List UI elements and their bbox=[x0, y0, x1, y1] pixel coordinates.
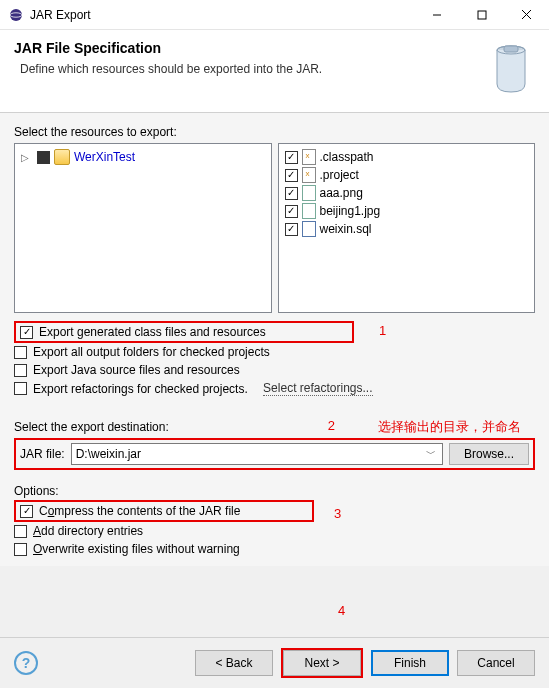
file-name: .project bbox=[320, 168, 359, 182]
svg-rect-8 bbox=[504, 46, 518, 52]
annotation-2-text: 选择输出的目录，并命名 bbox=[378, 418, 521, 436]
header-title: JAR File Specification bbox=[14, 40, 487, 56]
header-subtitle: Define which resources should be exporte… bbox=[20, 62, 487, 76]
checkbox-add-dir[interactable] bbox=[14, 525, 27, 538]
dialog-footer: ? < Back Next > Finish Cancel bbox=[0, 637, 549, 688]
label-compress: Compress the contents of the JAR file bbox=[39, 504, 240, 518]
resources-label: Select the resources to export: bbox=[14, 125, 535, 139]
file-name: .classpath bbox=[320, 150, 374, 164]
close-button[interactable] bbox=[504, 0, 549, 29]
tree-row[interactable]: ▷ WerXinTest bbox=[19, 148, 267, 166]
file-checkbox[interactable] bbox=[285, 223, 298, 236]
options-group: Options: Compress the contents of the JA… bbox=[14, 484, 535, 558]
project-tree[interactable]: ▷ WerXinTest bbox=[14, 143, 272, 313]
label-add-dir: Add directory entries bbox=[33, 524, 143, 538]
select-refactorings-link[interactable]: Select refactorings... bbox=[263, 381, 372, 396]
browse-button[interactable]: Browse... bbox=[449, 443, 529, 465]
next-button[interactable]: Next > bbox=[283, 650, 361, 676]
svg-point-0 bbox=[10, 9, 22, 21]
destination-section: Select the export destination: 2 选择输出的目录… bbox=[14, 420, 535, 470]
jar-file-input[interactable] bbox=[76, 447, 424, 461]
label-all-output: Export all output folders for checked pr… bbox=[33, 345, 270, 359]
file-checkbox[interactable] bbox=[285, 205, 298, 218]
annotation-1: 1 bbox=[379, 323, 386, 338]
opt-all-output[interactable]: Export all output folders for checked pr… bbox=[14, 343, 535, 361]
titlebar: JAR Export bbox=[0, 0, 549, 30]
chevron-down-icon[interactable]: ﹀ bbox=[424, 447, 438, 461]
opt-add-dir[interactable]: Add directory entries bbox=[14, 522, 535, 540]
file-checkbox[interactable] bbox=[285, 151, 298, 164]
jar-file-combo[interactable]: ﹀ bbox=[71, 443, 443, 465]
opt-generated[interactable]: Export generated class files and resourc… bbox=[14, 321, 354, 343]
resource-panes: ▷ WerXinTest .classpath .project aaa.pn bbox=[14, 143, 535, 313]
file-row[interactable]: beijing1.jpg bbox=[283, 202, 531, 220]
file-icon bbox=[302, 185, 316, 201]
svg-rect-3 bbox=[478, 11, 486, 19]
file-list[interactable]: .classpath .project aaa.png beijing1.jpg bbox=[278, 143, 536, 313]
minimize-button[interactable] bbox=[414, 0, 459, 29]
file-name: beijing1.jpg bbox=[320, 204, 381, 218]
project-name: WerXinTest bbox=[74, 150, 135, 164]
jar-icon bbox=[487, 40, 535, 96]
file-name: aaa.png bbox=[320, 186, 363, 200]
opt-compress[interactable]: Compress the contents of the JAR file bbox=[14, 500, 314, 522]
file-row[interactable]: aaa.png bbox=[283, 184, 531, 202]
opt-overwrite[interactable]: Overwrite existing files without warning bbox=[14, 540, 535, 558]
opt-java-source[interactable]: Export Java source files and resources bbox=[14, 361, 535, 379]
maximize-button[interactable] bbox=[459, 0, 504, 29]
project-checkbox[interactable] bbox=[37, 151, 50, 164]
jar-file-row: JAR file: ﹀ Browse... bbox=[14, 438, 535, 470]
label-overwrite: Overwrite existing files without warning bbox=[33, 542, 240, 556]
file-row[interactable]: .classpath bbox=[283, 148, 531, 166]
file-icon bbox=[302, 221, 316, 237]
checkbox-java-source[interactable] bbox=[14, 364, 27, 377]
file-name: weixin.sql bbox=[320, 222, 372, 236]
dialog-header: JAR File Specification Define which reso… bbox=[0, 30, 549, 113]
back-button[interactable]: < Back bbox=[195, 650, 273, 676]
window-title: JAR Export bbox=[30, 8, 414, 22]
opt-refactorings[interactable]: Export refactorings for checked projects… bbox=[14, 379, 535, 398]
help-button[interactable]: ? bbox=[14, 651, 38, 675]
file-icon bbox=[302, 149, 316, 165]
file-icon bbox=[302, 167, 316, 183]
file-checkbox[interactable] bbox=[285, 169, 298, 182]
file-icon bbox=[302, 203, 316, 219]
finish-button[interactable]: Finish bbox=[371, 650, 449, 676]
annotation-2: 2 bbox=[328, 418, 335, 433]
label-refactorings: Export refactorings for checked projects… bbox=[33, 382, 248, 396]
label-generated: Export generated class files and resourc… bbox=[39, 325, 266, 339]
annotation-4: 4 bbox=[338, 603, 345, 618]
cancel-button[interactable]: Cancel bbox=[457, 650, 535, 676]
file-row[interactable]: weixin.sql bbox=[283, 220, 531, 238]
content-area: Select the resources to export: ▷ WerXin… bbox=[0, 113, 549, 566]
file-row[interactable]: .project bbox=[283, 166, 531, 184]
jar-file-label: JAR file: bbox=[20, 447, 65, 461]
export-options: Export generated class files and resourc… bbox=[14, 321, 535, 398]
checkbox-generated[interactable] bbox=[20, 326, 33, 339]
options-group-label: Options: bbox=[14, 484, 59, 498]
annotation-3: 3 bbox=[334, 506, 341, 521]
checkbox-refactorings[interactable] bbox=[14, 382, 27, 395]
checkbox-all-output[interactable] bbox=[14, 346, 27, 359]
eclipse-icon bbox=[8, 7, 24, 23]
file-checkbox[interactable] bbox=[285, 187, 298, 200]
expand-icon[interactable]: ▷ bbox=[21, 152, 33, 163]
checkbox-overwrite[interactable] bbox=[14, 543, 27, 556]
checkbox-compress[interactable] bbox=[20, 505, 33, 518]
label-java-source: Export Java source files and resources bbox=[33, 363, 240, 377]
project-icon bbox=[54, 149, 70, 165]
